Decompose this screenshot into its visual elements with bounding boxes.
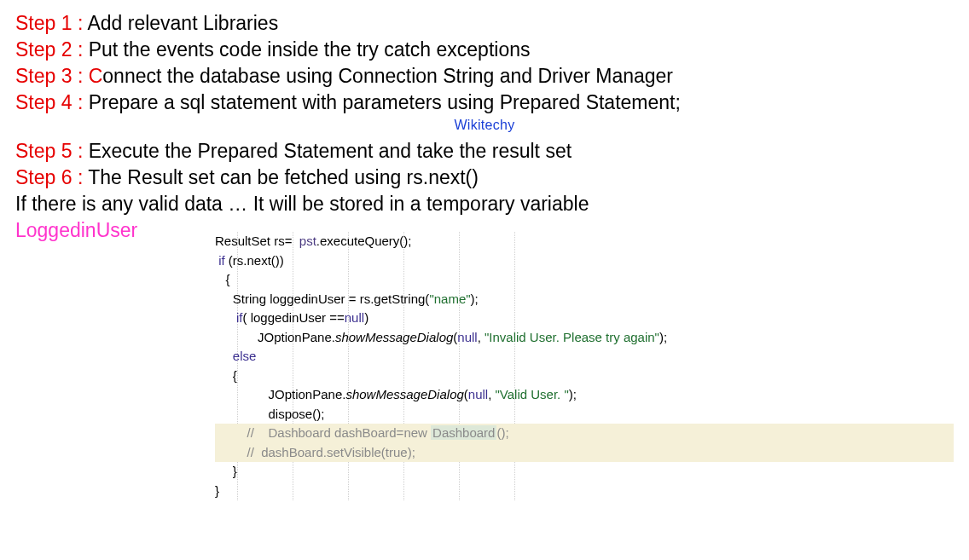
steps-block: Step 1 : Add relevant Libraries Step 2 :…: [15, 10, 954, 116]
step-3-text: onnect the database using Connection Str…: [102, 65, 673, 87]
code-line: }: [215, 462, 954, 482]
step-2-label: Step 2 :: [15, 38, 89, 61]
code-line-highlighted: // Dashboard dashBoard=new Dashboard();: [215, 424, 954, 443]
step-1: Step 1 : Add relevant Libraries: [15, 10, 954, 37]
step-6: Step 6 : The Result set can be fetched u…: [15, 165, 954, 191]
step-2-text: Put the events code inside the try catch…: [89, 38, 531, 61]
code-line: }: [215, 482, 954, 501]
code-block: ResultSet rs= pst.executeQuery(); if (rs…: [194, 232, 954, 500]
steps-block-2: Step 5 : Execute the Prepared Statement …: [15, 138, 954, 191]
note-line: If there is any valid data … It will be …: [15, 191, 954, 217]
step-6-text: The Result set can be fetched using rs.n…: [88, 166, 479, 188]
step-4-text: Prepare a sql statement with parameters …: [89, 91, 681, 113]
step-1-label: Step 1 :: [15, 12, 87, 34]
code-line-highlighted: // dashBoard.setVisible(true);: [215, 443, 954, 463]
code-line: dispose();: [215, 405, 954, 424]
watermark: Wikitechy: [15, 118, 954, 133]
code-line: if (rs.next()): [215, 251, 954, 271]
code-line: JOptionPane.showMessageDialog(null, "Inv…: [215, 328, 954, 348]
code-line: {: [215, 367, 954, 386]
code-line: if( loggedinUser ==null): [215, 309, 954, 328]
code-line: else: [215, 347, 954, 367]
code-line: {: [215, 270, 954, 290]
step-3-big-c: C: [89, 65, 103, 87]
step-4: Step 4 : Prepare a sql statement with pa…: [15, 89, 954, 116]
code-line: String loggedinUser = rs.getString("name…: [215, 290, 954, 309]
step-6-label: Step 6 :: [15, 166, 88, 188]
step-4-label: Step 4 :: [15, 91, 89, 113]
step-5: Step 5 : Execute the Prepared Statement …: [15, 138, 954, 165]
step-3: Step 3 : Connect the database using Conn…: [15, 63, 954, 89]
step-2: Step 2 : Put the events code inside the …: [15, 37, 954, 63]
step-5-text: Execute the Prepared Statement and take …: [89, 140, 572, 162]
code-line: ResultSet rs= pst.executeQuery();: [215, 232, 954, 251]
step-3-label: Step 3 :: [15, 65, 89, 87]
code-line: JOptionPane.showMessageDialog(null, "Val…: [215, 385, 954, 405]
step-1-text: Add relevant Libraries: [87, 12, 278, 34]
step-5-label: Step 5 :: [15, 140, 89, 162]
